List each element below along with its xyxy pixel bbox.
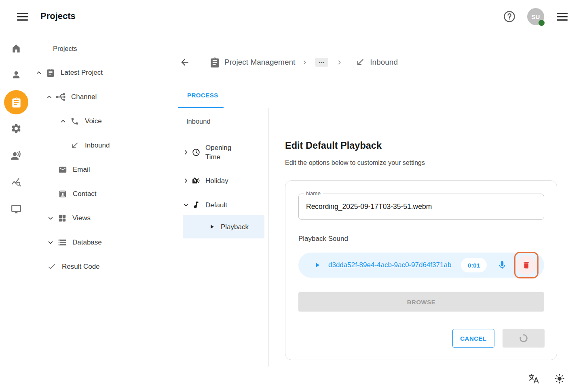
tree-item-inbound[interactable]: Inbound [0, 133, 159, 158]
clock-icon [192, 148, 201, 157]
holiday-house-icon [192, 176, 201, 185]
overflow-menu-icon[interactable] [557, 13, 568, 21]
subnav-item-label: Holiday [205, 176, 228, 185]
chevron-right-icon [336, 59, 342, 65]
sidebar: Projects Latest Project Channel Voice In… [0, 33, 159, 367]
audio-filename[interactable]: d3dda52f-89e4-4acb-9ac0-97d64f371ab [328, 253, 451, 278]
name-input[interactable] [299, 194, 544, 219]
chevron-up-icon[interactable] [36, 70, 42, 76]
tree-item-result-code[interactable]: Result Code [0, 255, 159, 279]
name-field[interactable]: Name [298, 194, 544, 220]
subnav-item-label: Opening Time [205, 143, 234, 162]
breadcrumb-root[interactable]: Project Management [224, 58, 295, 67]
tree-item-channel[interactable]: Channel [0, 85, 159, 109]
subnav-divider [268, 108, 269, 367]
tree-item-contact[interactable]: Contact [0, 182, 159, 206]
chevron-right-icon[interactable] [183, 177, 189, 184]
tree-item-label: Email [73, 166, 90, 174]
page-subheading: Edit the options below to customize your… [285, 159, 425, 166]
tree-item-database[interactable]: Database [0, 230, 159, 255]
name-field-label: Name [304, 190, 323, 196]
audio-duration-badge: 0:01 [461, 258, 487, 272]
cancel-button[interactable]: CANCEL [452, 329, 494, 348]
tree-item-email[interactable]: Email [0, 158, 159, 182]
breadcrumb: Project Management ••• Inbound [180, 56, 398, 68]
subnav-item-label: Playback [221, 222, 249, 232]
clipboard-icon [45, 68, 56, 77]
edit-playback-card: Name Playback Sound d3dda52f-89e4-4acb-9… [285, 180, 557, 360]
page-heading: Edit Default Playback [285, 140, 382, 151]
storage-icon [57, 238, 68, 247]
channel-split-icon [56, 92, 66, 102]
dashboard-icon [57, 214, 68, 223]
tree-item-label: Views [72, 214, 91, 222]
tab-process[interactable]: PROCESS [187, 92, 218, 99]
brightness-icon[interactable] [554, 373, 565, 384]
tree-item-voice[interactable]: Voice [0, 109, 159, 133]
click-annotation [514, 252, 539, 278]
chevron-down-icon[interactable] [47, 239, 54, 246]
microphone-icon[interactable] [497, 260, 507, 270]
chevron-right-icon [302, 59, 308, 65]
subnav-item-playback[interactable]: Playback [183, 215, 264, 238]
call-received-icon [355, 57, 365, 67]
online-status-dot [539, 20, 545, 26]
email-icon [57, 165, 68, 174]
playback-sound-label: Playback Sound [298, 235, 348, 243]
avatar-initials: SU [532, 13, 540, 20]
phone-icon [70, 117, 80, 126]
chevron-up-icon[interactable] [46, 94, 53, 100]
tree-item-label: Database [72, 238, 102, 247]
tree-item-views[interactable]: Views [0, 206, 159, 230]
save-button-loading[interactable] [503, 329, 545, 348]
breadcrumb-current[interactable]: Inbound [370, 58, 398, 67]
back-arrow-icon[interactable] [180, 57, 190, 67]
breadcrumb-ellipsis[interactable]: ••• [315, 58, 328, 67]
tree-item-label: Channel [71, 93, 97, 101]
subnav-item-opening-time[interactable]: Opening Time [183, 138, 264, 166]
tree-item-label: Voice [85, 117, 102, 125]
chevron-up-icon[interactable] [60, 118, 66, 124]
check-icon [46, 262, 57, 271]
audio-player: d3dda52f-89e4-4acb-9ac0-97d64f371ab 0:01 [298, 253, 544, 278]
play-icon[interactable] [314, 261, 321, 269]
contact-card-icon [57, 190, 68, 198]
topbar: Projects SU [0, 0, 585, 33]
chevron-down-icon[interactable] [183, 202, 189, 208]
page-title: Projects [40, 0, 76, 32]
music-note-icon [192, 200, 201, 209]
tree-section-label: Projects [53, 36, 77, 61]
subnav-item-holiday[interactable]: Holiday [183, 169, 264, 193]
play-icon [209, 223, 215, 230]
tab-divider [178, 108, 564, 108]
subnav-title: Inbound [186, 118, 211, 125]
clipboard-icon [209, 57, 220, 68]
subnav-item-default[interactable]: Default [183, 193, 264, 217]
tree-item-label: Inbound [85, 141, 110, 150]
tree-item-label: Latest Project [61, 69, 103, 77]
tree-item-label: Result Code [62, 263, 100, 271]
delete-recording-button[interactable] [517, 255, 536, 275]
browse-button[interactable]: BROWSE [298, 292, 544, 312]
chevron-down-icon[interactable] [47, 215, 54, 221]
subnav-item-label: Default [205, 200, 227, 210]
menu-icon[interactable] [17, 13, 28, 21]
home-icon[interactable] [6, 39, 26, 58]
tree-item-latest-project[interactable]: Latest Project [0, 61, 159, 85]
call-received-icon [70, 141, 80, 150]
spinner-icon [518, 333, 529, 344]
chevron-right-icon[interactable] [183, 149, 189, 156]
tree-item-label: Contact [73, 190, 97, 198]
translate-icon[interactable] [528, 373, 540, 385]
help-icon[interactable] [503, 11, 515, 23]
